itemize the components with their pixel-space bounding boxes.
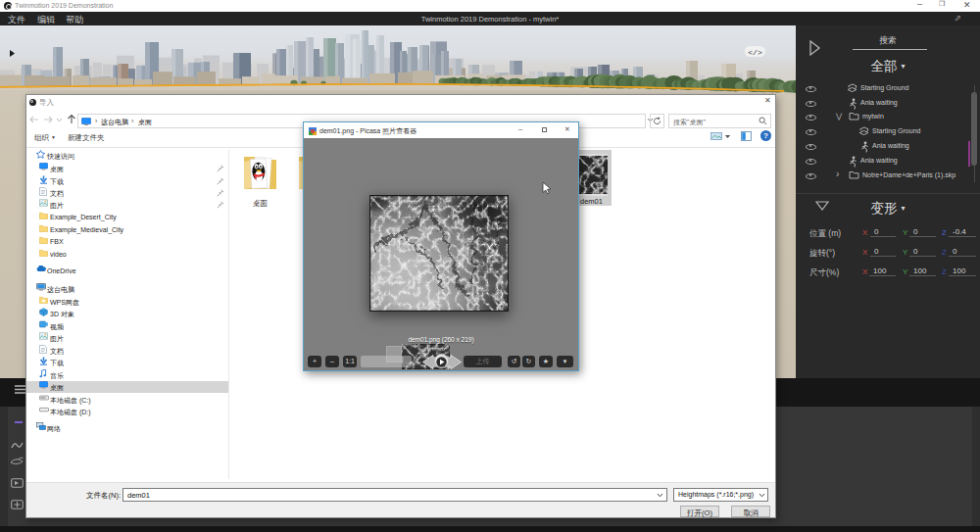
svg-text:</>: </>	[748, 48, 762, 57]
